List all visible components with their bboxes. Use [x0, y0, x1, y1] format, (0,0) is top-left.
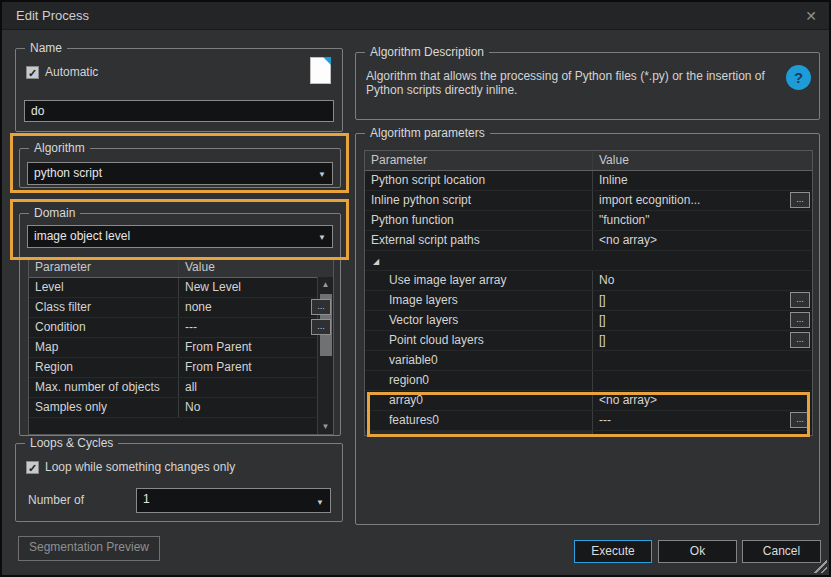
value-text: --- — [599, 411, 812, 429]
ellipsis-button[interactable]: ... — [790, 412, 810, 428]
table-row[interactable]: Inline python scriptimport ecognition...… — [365, 191, 812, 211]
algorithm-group: Algorithm python script ▼ — [19, 148, 341, 188]
value-text: No — [185, 398, 333, 416]
ellipsis-button[interactable]: ... — [790, 332, 810, 348]
chevron-down-icon: ▼ — [316, 495, 324, 510]
algorithm-parameters-table: ParameterValuePython script locationInli… — [364, 150, 813, 436]
table-row[interactable]: MapFrom Parent — [29, 338, 333, 358]
help-icon[interactable]: ? — [786, 65, 811, 90]
ellipsis-button[interactable]: ... — [790, 292, 810, 308]
ellipsis-button[interactable]: ... — [790, 312, 810, 328]
ellipsis-button[interactable]: ... — [311, 299, 331, 315]
parameter-cell: Python function — [365, 211, 593, 230]
value-cell: <no array> — [593, 391, 812, 410]
number-of-label: Number of — [28, 493, 84, 507]
column-header: Value — [179, 258, 333, 277]
value-cell: []... — [593, 291, 812, 310]
algorithm-dropdown[interactable]: python script ▼ — [27, 162, 333, 185]
value-cell: ---... — [593, 411, 812, 430]
ellipsis-button[interactable]: ... — [790, 192, 810, 208]
parameter-cell — [365, 431, 593, 436]
value-text: [] — [599, 331, 812, 349]
titlebar[interactable]: Edit Process ✕ — [2, 2, 829, 30]
table-row[interactable]: features0---... — [365, 411, 812, 431]
process-name-input[interactable]: do — [24, 100, 334, 122]
table-header-row: ParameterValue — [365, 151, 812, 171]
column-header: Parameter — [365, 151, 593, 170]
table-row[interactable]: variable0 — [365, 351, 812, 371]
parameter-cell: Class filter — [29, 298, 179, 317]
ok-button[interactable]: Ok — [658, 540, 737, 563]
value-cell — [593, 371, 812, 390]
checkbox-checked-icon[interactable]: ✓ — [26, 66, 39, 79]
value-text: [] — [599, 311, 812, 329]
value-cell: none... — [179, 298, 333, 317]
value-cell: import ecognition...... — [593, 191, 812, 210]
number-of-value: 1 — [143, 492, 150, 506]
cancel-button[interactable]: Cancel — [742, 540, 821, 563]
algorithm-dropdown-value: python script — [34, 166, 102, 180]
segmentation-preview-button[interactable]: Segmentation Preview — [18, 536, 160, 561]
loop-while-checkbox[interactable]: ✓ Loop while something changes only — [26, 460, 235, 474]
table-row[interactable]: region0 — [365, 371, 812, 391]
parameter-cell: Vector layers — [365, 311, 593, 330]
number-of-dropdown[interactable]: 1 ▼ — [136, 488, 331, 513]
table-row[interactable]: Python function"function" — [365, 211, 812, 231]
value-text: "function" — [599, 211, 812, 229]
parameter-cell: External script paths — [365, 231, 593, 250]
table-row[interactable]: array0<no array> — [365, 391, 812, 411]
table-row[interactable] — [365, 431, 812, 436]
parameter-cell: Samples only — [29, 398, 179, 417]
value-text: New Level — [185, 278, 333, 296]
algorithm-parameters-group: Algorithm parameters ParameterValuePytho… — [355, 133, 820, 525]
table-row[interactable]: Samples onlyNo — [29, 398, 333, 418]
close-icon[interactable]: ✕ — [805, 2, 817, 30]
parameter-cell: Level — [29, 278, 179, 297]
parameter-cell: Condition — [29, 318, 179, 337]
parameter-cell: region0 — [365, 371, 593, 390]
automatic-checkbox[interactable]: ✓ Automatic — [26, 65, 98, 79]
table-row[interactable]: Point cloud layers[]... — [365, 331, 812, 351]
loops-cycles-group-label: Loops & Cycles — [25, 436, 118, 450]
domain-parameter-table: ▲ ▼ ParameterValueLevelNew LevelClass fi… — [28, 257, 334, 435]
table-row[interactable]: Image layers[]... — [365, 291, 812, 311]
checkbox-checked-icon[interactable]: ✓ — [26, 461, 39, 474]
value-cell: []... — [593, 331, 812, 350]
table-row[interactable]: ◢Input — [365, 251, 812, 271]
value-text: <no array> — [599, 231, 812, 249]
table-row[interactable]: Vector layers[]... — [365, 311, 812, 331]
value-cell: <no array> — [593, 231, 812, 250]
value-cell: all — [179, 378, 333, 397]
table-row[interactable]: Max. number of objectsall — [29, 378, 333, 398]
value-cell: Inline — [593, 171, 812, 190]
automatic-checkbox-label: Automatic — [45, 65, 98, 79]
scroll-down-icon[interactable]: ▼ — [318, 419, 333, 434]
execute-button[interactable]: Execute — [574, 540, 652, 563]
table-header-row: ParameterValue — [29, 258, 333, 278]
table-row[interactable]: Condition---... — [29, 318, 333, 338]
table-row[interactable]: External script paths<no array> — [365, 231, 812, 251]
table-row[interactable]: Python script locationInline — [365, 171, 812, 191]
table-row[interactable]: Use image layer arrayNo — [365, 271, 812, 291]
parameter-cell: variable0 — [365, 351, 593, 370]
algorithm-description-label: Algorithm Description — [365, 45, 489, 59]
value-text: From Parent — [185, 338, 333, 356]
ellipsis-button[interactable]: ... — [311, 319, 331, 335]
loop-while-checkbox-label: Loop while something changes only — [45, 460, 235, 474]
value-text: <no array> — [599, 391, 812, 409]
document-icon[interactable] — [310, 57, 331, 84]
edit-process-dialog: Edit Process ✕ Name ✓ Automatic do Algor… — [0, 0, 831, 577]
domain-dropdown-value: image object level — [34, 229, 130, 243]
name-group: Name ✓ Automatic do — [15, 48, 343, 132]
value-text: all — [185, 378, 333, 396]
value-cell: "function" — [593, 211, 812, 230]
domain-dropdown[interactable]: image object level ▼ — [27, 225, 333, 248]
parameter-cell: ◢Input — [365, 251, 593, 270]
table-row[interactable]: Class filternone... — [29, 298, 333, 318]
column-header: Parameter — [29, 258, 179, 277]
loops-cycles-group: Loops & Cycles ✓ Loop while something ch… — [15, 443, 343, 522]
tree-expanded-icon[interactable]: ◢ — [373, 253, 379, 270]
chevron-down-icon: ▼ — [318, 167, 326, 182]
table-row[interactable]: LevelNew Level — [29, 278, 333, 298]
table-row[interactable]: RegionFrom Parent — [29, 358, 333, 378]
